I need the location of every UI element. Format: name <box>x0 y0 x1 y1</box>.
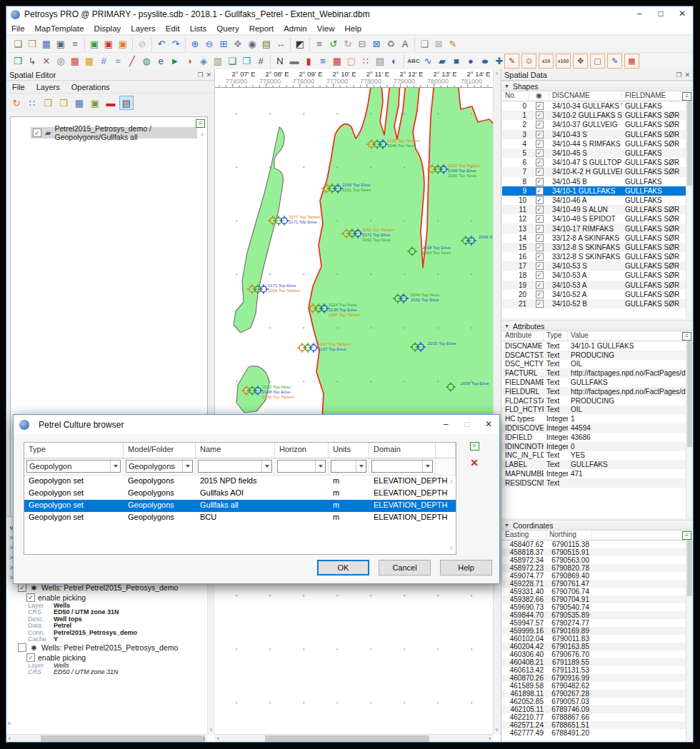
scroll-right-arrow-icon[interactable]: › <box>203 735 205 742</box>
visibility-checkbox[interactable]: ✓ <box>536 196 544 204</box>
legend-icon[interactable]: ≡ <box>316 54 330 69</box>
column-header[interactable]: Domain <box>369 443 436 458</box>
map-locate-icon[interactable]: ◈ <box>196 54 211 69</box>
table-row[interactable]: 16✓33/12-8 S SKINFAKSGULLFAKS SØR <box>502 252 686 261</box>
table-row[interactable]: 460408.216791189.55 <box>502 658 686 666</box>
redo-icon[interactable]: ↷ <box>169 37 183 51</box>
attributes-scrollbar[interactable] <box>686 331 692 518</box>
scroll-left-arrow-icon[interactable]: ‹ <box>217 735 219 743</box>
table-row[interactable]: FACTURLTexthttp://factpages.npd.no/FactP… <box>502 368 686 378</box>
web-service-icon[interactable]: e <box>154 54 168 69</box>
tree-option-row[interactable]: ✓enable picking <box>8 653 206 662</box>
vertex-edit-icon[interactable]: ✎ <box>607 54 622 69</box>
new-document-icon[interactable]: ❏ <box>11 37 25 51</box>
se-table-icon[interactable]: ▤ <box>119 96 134 110</box>
grid-color-icon[interactable]: ▦ <box>68 54 82 69</box>
se-menu-file[interactable]: File <box>6 83 31 91</box>
rectangle-frame-icon[interactable]: ▢ <box>344 54 359 69</box>
table-row[interactable]: 3✓34/10-43 SGULLFAKS SØR <box>502 130 686 139</box>
spatial-browse-icon[interactable]: ⊙ <box>521 54 536 69</box>
dialog-table-row[interactable]: Geopolygon setGeopolygonsBCUmELEVATION_D… <box>24 512 456 524</box>
menu-view[interactable]: View <box>312 24 340 33</box>
document-layer-icon[interactable]: ❏ <box>225 54 239 69</box>
well-path-icon[interactable]: ↳ <box>25 54 39 69</box>
chevron-down-icon[interactable] <box>422 461 432 472</box>
add-layer-icon[interactable]: ❒ <box>11 54 25 69</box>
table-row[interactable]: 5✓34/10-45 SGULLFAKS <box>502 149 686 158</box>
contour-lines-icon[interactable]: ≈ <box>111 54 125 69</box>
table-row[interactable]: DSCACTSTATTextPRODUCING <box>502 351 686 360</box>
visibility-checkbox[interactable]: ✓ <box>536 271 544 279</box>
se-refresh-icon[interactable]: ↻ <box>9 96 24 110</box>
visibility-checkbox[interactable]: ✓ <box>536 111 544 119</box>
scrollbar-thumb[interactable] <box>265 735 429 742</box>
contour-rings-icon[interactable]: ◎ <box>54 54 68 69</box>
erase-graphics-icon[interactable]: ⊠ <box>369 37 384 51</box>
table-options-icon[interactable]: ≡ <box>682 92 691 101</box>
se-save-icon[interactable]: ▦ <box>72 96 86 110</box>
se-import-icon[interactable]: ❒ <box>56 96 71 110</box>
float-panel-icon[interactable]: ❐ <box>676 71 681 79</box>
table-row[interactable]: FLD_HCTYPETextOIL <box>502 406 686 415</box>
table-row[interactable]: 15✓33/12-8 S SKINFAKSGULLFAKS SØR <box>502 243 686 252</box>
filter-combo-horizon[interactable] <box>277 460 326 473</box>
erase-area-icon[interactable]: ⊠ <box>431 37 446 51</box>
se-snap-grid-icon[interactable]: ∷ <box>25 96 39 110</box>
table-row[interactable]: 459074.776790869.40 <box>502 572 686 580</box>
delete-item-icon[interactable]: ♻ <box>384 37 398 51</box>
zoom-x100-icon[interactable]: x100 <box>556 54 571 69</box>
table-row[interactable]: 458972.346790563.00 <box>502 556 686 564</box>
table-options-icon[interactable]: ≡ <box>470 442 479 451</box>
table-row[interactable]: LABELTextGULLFAKS <box>502 460 686 469</box>
table-row[interactable]: 459947.576790274.77 <box>502 619 686 627</box>
menu-query[interactable]: Query <box>211 24 244 33</box>
dialog-minimize-button[interactable]: – <box>435 415 456 434</box>
table-row[interactable]: 459690.736790540.74 <box>502 603 686 611</box>
scroll-left-arrow-icon[interactable]: ‹ <box>9 735 11 742</box>
enable-picking-checkbox[interactable]: ✓ <box>26 653 35 662</box>
scroll-down-hint-icon[interactable]: ∨ <box>449 545 454 551</box>
table-row[interactable]: HC typesInteger1 <box>502 414 686 423</box>
table-row[interactable]: 8✓34/10-45 BGULLFAKS <box>502 177 686 186</box>
table-row[interactable]: 21✓34/10-52 BGULLFAKS SØR <box>502 299 686 308</box>
zoom-out-icon[interactable]: ⊖ <box>202 37 216 51</box>
scroll-up-arrow-icon[interactable]: ∧ <box>495 71 499 76</box>
table-row[interactable]: 460204.426790163.85 <box>502 643 686 650</box>
scalebar-icon[interactable]: ▬ <box>287 54 301 69</box>
table-row[interactable]: IDFIELDInteger43686 <box>502 433 686 442</box>
grid-color-2-icon[interactable]: ▦ <box>82 54 96 69</box>
pan-hand-icon[interactable]: ✥ <box>231 37 245 51</box>
menu-help[interactable]: Help <box>340 24 367 33</box>
close-button[interactable]: ✕ <box>671 6 693 22</box>
north-arrow-icon[interactable]: N <box>273 54 287 69</box>
coordinates-scrollbar[interactable] <box>686 531 692 741</box>
table-row[interactable]: 459844.706790535.89 <box>502 611 686 619</box>
column-header[interactable]: Type <box>544 331 568 341</box>
table-row[interactable]: 14✓33/12-8 A SKINFAKSGULLFAKS SØR <box>502 233 686 243</box>
table-row[interactable]: 459382.666790704.91 <box>502 595 686 603</box>
ellipse-shape-icon[interactable]: ● <box>475 54 496 69</box>
shapes-scrollbar[interactable] <box>686 91 692 318</box>
redo-all-icon[interactable]: ↻ <box>341 37 355 51</box>
table-row[interactable]: 13✓34/10-17 RIMFAKSGULLFAKS SØR <box>502 223 686 233</box>
undo-icon[interactable]: ↶ <box>154 37 169 51</box>
layer-checkbox[interactable]: ✓ <box>33 129 41 137</box>
image-layer-icon[interactable]: ▥ <box>211 54 225 69</box>
map-vertical-scrollbar[interactable]: ∧ ∨ <box>493 69 501 734</box>
export-map-green-icon[interactable]: ▣ <box>87 37 101 51</box>
chevron-down-icon[interactable] <box>356 461 366 472</box>
database-store-icon[interactable]: ⊟ <box>355 37 369 51</box>
se-menu-operations[interactable]: Operations <box>66 83 116 91</box>
table-row[interactable]: 461898.116790267.28 <box>502 690 686 698</box>
column-header[interactable]: ◉ <box>529 91 549 101</box>
dialog-close-button[interactable]: ✕ <box>478 415 499 434</box>
table-options-icon[interactable]: ≡ <box>196 119 205 128</box>
table-row[interactable]: 460306.406790676.70 <box>502 650 686 658</box>
measure-distance-icon[interactable]: ↔ <box>274 37 288 51</box>
table-row[interactable]: 462571.246788651.51 <box>502 721 686 729</box>
se-save-as-icon[interactable]: ▣ <box>88 96 102 110</box>
stop-drawing-icon[interactable]: ⊘ <box>135 37 149 51</box>
filter-combo-domain[interactable] <box>371 460 433 473</box>
grid-edit-icon[interactable]: ▦ <box>624 54 639 69</box>
column-header[interactable]: Model/Folder <box>124 443 196 458</box>
